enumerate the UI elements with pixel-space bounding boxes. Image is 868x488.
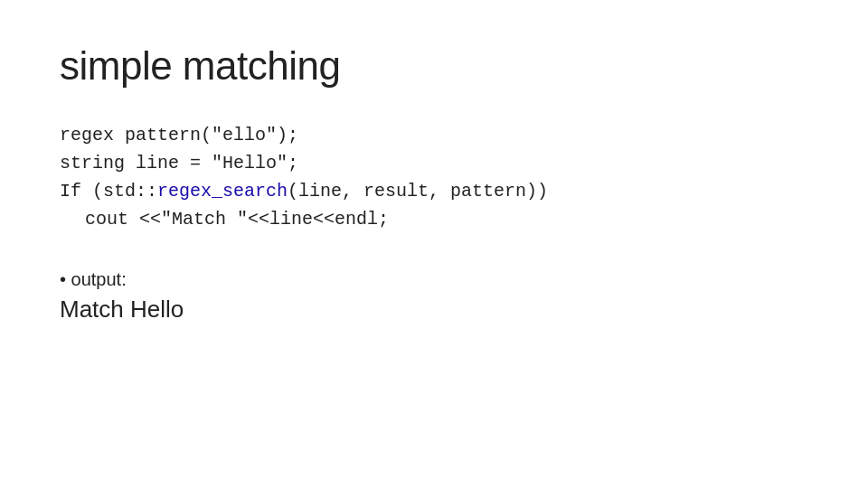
slide: simple matching regex pattern("ello"); s… <box>0 0 868 488</box>
code-line-3-highlight: regex_search <box>157 181 288 202</box>
code-line-3-prefix: If (std:: <box>60 181 157 202</box>
code-line-4: cout <<"Match "<<line<<endl; <box>60 205 808 233</box>
output-bullet: • output: <box>60 269 808 290</box>
code-block: regex pattern("ello"); string line = "He… <box>60 121 808 233</box>
code-line-2: string line = "Hello"; <box>60 149 808 177</box>
slide-title: simple matching <box>60 43 808 89</box>
code-line-1: regex pattern("ello"); <box>60 121 808 149</box>
output-result: Match Hello <box>60 296 808 324</box>
output-section: • output: Match Hello <box>60 269 808 324</box>
code-line-3-suffix: (line, result, pattern)) <box>288 181 548 202</box>
code-line-3: If (std::regex_search(line, result, patt… <box>60 177 808 205</box>
